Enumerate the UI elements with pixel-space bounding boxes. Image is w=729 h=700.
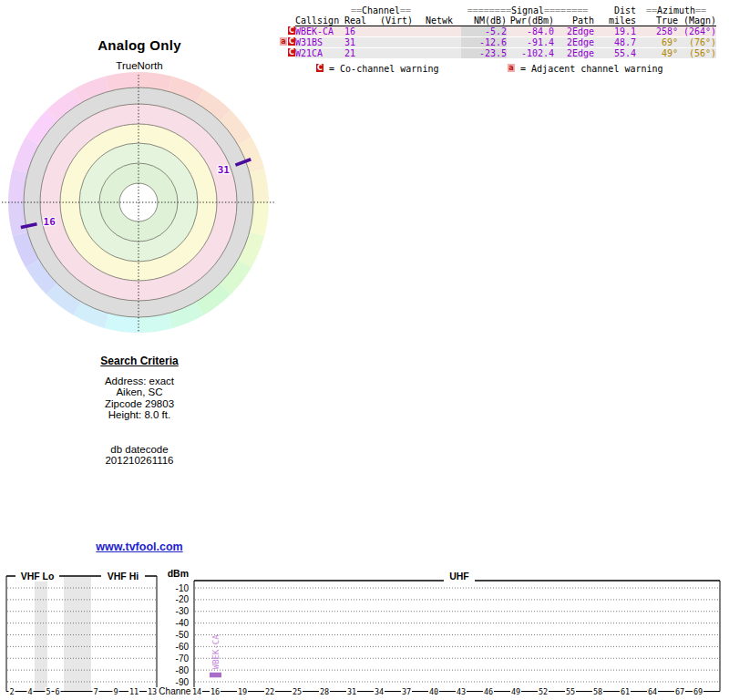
- cell-netwk: [417, 26, 461, 37]
- channel-tick-label: 11: [129, 687, 139, 696]
- signal-bar-callsign-label: WBEK-CA: [211, 634, 221, 670]
- cell-callsign: W31BS: [295, 37, 344, 48]
- db-datecode-lines: db datecode201210261116: [0, 444, 279, 467]
- cell-true: 49°: [636, 48, 678, 59]
- tvfool-link[interactable]: www.tvfool.com: [96, 540, 182, 553]
- channel-signal-chart: -10-20-30-40-50-60-70-80-90VHF LoVHF HiU…: [0, 565, 729, 700]
- cell-virt: [375, 48, 417, 59]
- table-column-header-row: Callsign Real (Virt) Netwk NM(dB) Pwr(dB…: [279, 15, 716, 26]
- channel-tick-label: 14: [192, 687, 201, 696]
- text-line: Zipcode 29803: [0, 398, 279, 409]
- uhf-label: UHF: [449, 571, 469, 582]
- site-link-wrap: www.tvfool.com: [0, 538, 279, 554]
- channel-tick-label: 43: [457, 687, 466, 696]
- co-channel-warning-icon: C: [288, 37, 295, 46]
- col-pwr: Pwr(dBm): [507, 15, 554, 26]
- warning-cell: aC: [279, 37, 295, 48]
- text-line: Address: exact: [0, 376, 279, 386]
- dbm-tick-label: -50: [176, 630, 190, 640]
- cell-callsign: WBEK-CA: [295, 26, 344, 37]
- channel-tick-label: 67: [675, 687, 684, 696]
- cell-real: 31: [344, 37, 375, 48]
- table-row: aCW31BS31-12.6-91.42Edge48.769°(76°): [279, 37, 716, 48]
- col-path: Path: [554, 15, 594, 26]
- adjacent-channel-warning-icon: a: [280, 37, 287, 46]
- cell-callsign: W21CA: [295, 48, 344, 59]
- channel-tick-label: 19: [238, 687, 247, 696]
- channel-tick-label: 58: [593, 687, 602, 696]
- table-group-header-row: ==Channel== ========Signal======== Dist …: [279, 5, 716, 15]
- cell-magn: (76°): [678, 37, 716, 48]
- text-line: Height: 8.0 ft.: [0, 409, 279, 420]
- signal-group-header: ========Signal========: [461, 5, 594, 15]
- signal-bar: [210, 673, 221, 678]
- cell-miles: 55.4: [594, 48, 636, 59]
- channel-tick-label: 31: [347, 687, 356, 696]
- warning-cell: C: [279, 26, 295, 37]
- cell-miles: 48.7: [594, 37, 636, 48]
- radar-plot: 3116: [0, 35, 282, 345]
- col-true: True: [636, 15, 678, 26]
- vhf-lo-label: VHF Lo: [21, 571, 55, 582]
- dist-group-header: Dist: [594, 5, 636, 15]
- cell-path: 2Edge: [554, 37, 594, 48]
- dbm-tick-label: -10: [176, 583, 190, 593]
- channel-tick-label: 49: [511, 687, 520, 696]
- channel-tick-label: 16: [210, 687, 220, 696]
- channel-tick-label: 52: [539, 687, 548, 696]
- station-tick-label: 31: [218, 164, 231, 176]
- channel-tick-label: 34: [375, 687, 384, 696]
- cell-true: 69°: [636, 37, 678, 48]
- channel-tick-label: 40: [429, 687, 438, 696]
- channel-tick-label: 9: [113, 687, 118, 696]
- channel-group-header: ==Channel==: [344, 5, 417, 15]
- search-criteria-title: Search Criteria: [0, 355, 279, 367]
- cell-magn: (264°): [678, 26, 716, 37]
- warning-cell: C: [279, 48, 295, 59]
- col-miles: miles: [594, 15, 636, 26]
- cell-miles: 19.1: [594, 26, 636, 37]
- station-tick-label: 16: [44, 216, 56, 228]
- azimuth-group-header: ==Azimuth==: [636, 5, 716, 15]
- channel-tick-label: 2: [9, 687, 14, 696]
- search-criteria-lines: Address: exactAiken, SCZipcode 29803Heig…: [0, 376, 279, 421]
- co-channel-legend: C = Co-channel warning: [315, 64, 438, 74]
- cell-virt: [375, 37, 417, 48]
- dbm-tick-label: -30: [176, 606, 190, 616]
- channel-tick-label: 4: [27, 687, 32, 696]
- col-nm: NM(dB): [461, 15, 507, 26]
- text-line: Aiken, SC: [0, 386, 279, 397]
- cell-true: 258°: [636, 26, 678, 37]
- non-tv-spectrum-band: [64, 577, 91, 692]
- table-row: CW21CA21-23.5-102.42Edge55.449°(56°): [279, 48, 716, 59]
- cell-real: 21: [344, 48, 375, 59]
- vhf-hi-label: VHF Hi: [108, 571, 139, 582]
- channel-tick-label: 64: [648, 687, 657, 696]
- dbm-tick-label: -20: [176, 594, 190, 604]
- text-line: db datecode: [0, 444, 279, 455]
- channel-tick-label: 46: [484, 687, 493, 696]
- dbm-axis-label: dBm: [168, 568, 189, 579]
- station-table: ==Channel== ========Signal======== Dist …: [279, 5, 716, 59]
- adjacent-channel-warning-icon: a: [508, 64, 515, 72]
- col-magn: (Magn): [678, 15, 716, 26]
- cell-pwr: -84.0: [507, 26, 554, 37]
- channel-tick-label: 13: [148, 687, 157, 696]
- cell-netwk: [417, 48, 461, 59]
- channel-tick-label: 5: [46, 687, 50, 696]
- channel-tick-label: 55: [566, 687, 575, 696]
- channel-tick-label: 37: [402, 687, 411, 696]
- channel-tick-label: 69: [693, 687, 703, 696]
- cell-real: 16: [344, 26, 375, 37]
- channel-tick-label: 25: [293, 687, 302, 696]
- co-channel-warning-icon: C: [288, 48, 295, 57]
- channel-axis-label: Channel: [159, 686, 192, 696]
- dbm-tick-label: -40: [176, 618, 190, 628]
- dbm-tick-label: -80: [176, 665, 190, 675]
- cell-nm: -12.6: [461, 37, 507, 48]
- cell-path: 2Edge: [554, 48, 594, 59]
- cell-nm: -5.2: [461, 26, 507, 37]
- text-line: 201210261116: [0, 455, 279, 466]
- dbm-tick-label: -60: [176, 642, 190, 652]
- channel-tick-label: 22: [265, 687, 274, 696]
